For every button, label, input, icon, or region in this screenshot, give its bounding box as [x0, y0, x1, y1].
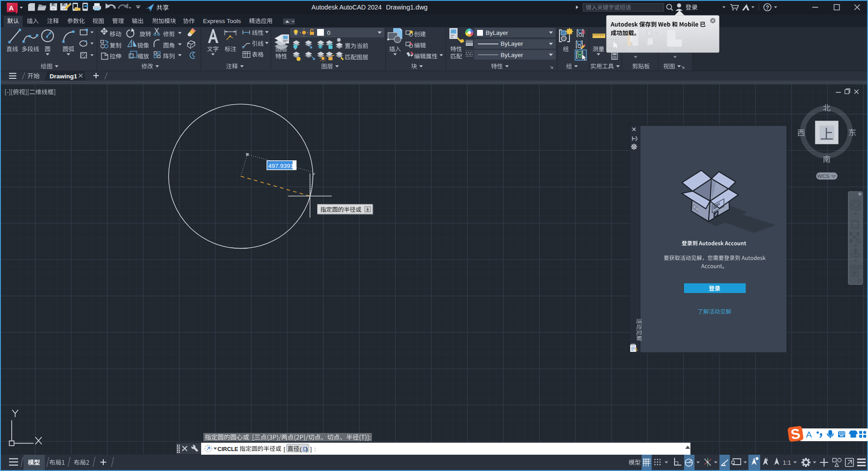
svg-text:): )	[306, 446, 308, 452]
svg-text:Drawing1: Drawing1	[50, 73, 77, 80]
svg-text:A: A	[9, 4, 14, 12]
svg-text:CIRCLE: CIRCLE	[217, 446, 238, 452]
svg-text::: :	[314, 446, 316, 452]
svg-text:]: ]	[310, 446, 312, 452]
svg-text:Autodesk AutoCAD 2024: Autodesk AutoCAD 2024	[312, 4, 382, 11]
svg-text:0: 0	[327, 29, 330, 36]
svg-text:[: [	[284, 446, 285, 452]
svg-text:Express Tools: Express Tools	[203, 18, 241, 24]
svg-text:ByLayer: ByLayer	[501, 40, 523, 47]
svg-text:ByLayer: ByLayer	[501, 52, 523, 58]
svg-text:(: (	[299, 446, 302, 452]
svg-text:ByLayer: ByLayer	[486, 29, 508, 36]
svg-text:WCS: WCS	[817, 173, 829, 179]
svg-text:1:1: 1:1	[783, 459, 791, 466]
svg-text:Drawing1.dwg: Drawing1.dwg	[386, 4, 428, 11]
svg-text:497.9391: 497.9391	[268, 163, 294, 169]
svg-text:A: A	[806, 430, 812, 439]
svg-text:?: ?	[766, 5, 769, 11]
